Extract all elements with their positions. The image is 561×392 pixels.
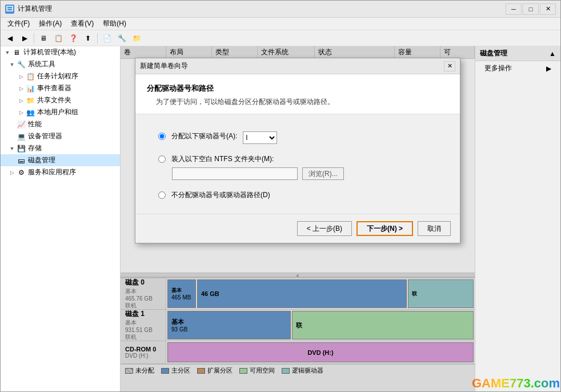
dialog-body: 分配驱动器号和路径 为了便于访问，可以给磁盘分区分配驱动器号或驱动路径。	[135, 74, 460, 214]
menu-action[interactable]: 操作(A)	[34, 18, 66, 30]
radio-mount-label[interactable]: 装入以下空白 NTFS 文件夹中(M):	[171, 154, 274, 164]
toolbar-back[interactable]: ◀	[3, 32, 17, 45]
toolbar-btn5[interactable]: 📄	[100, 32, 114, 45]
services-label: 服务和应用程序	[28, 167, 76, 177]
actions-panel: 磁盘管理 ▲ 更多操作 ▶	[475, 46, 560, 391]
expand-services: ▷	[7, 168, 17, 177]
perf-label: 性能	[28, 119, 42, 129]
radio-none-label[interactable]: 不分配驱动器号或驱动器路径(D)	[171, 190, 270, 200]
menu-bar: 文件(F) 操作(A) 查看(V) 帮助(H)	[1, 18, 560, 30]
toolbar-btn3[interactable]: ❓	[66, 32, 80, 45]
dialog-section-desc: 为了便于访问，可以给磁盘分区分配驱动器号或驱动路径。	[147, 97, 448, 107]
radio-letter-row: 分配以下驱动器号(A): I J K L	[158, 128, 437, 144]
system-tools-label: 系统工具	[28, 59, 55, 69]
tree-local-users[interactable]: ▷ 👥 本地用户和组	[1, 106, 120, 118]
device-icon: 💻	[17, 132, 26, 141]
toolbar-btn1[interactable]: 🖥	[37, 32, 50, 45]
actions-expand-icon: ▲	[549, 50, 556, 58]
actions-more[interactable]: 更多操作 ▶	[475, 61, 560, 75]
toolbar-sep-2	[97, 33, 98, 43]
shared-icon: 📁	[26, 96, 35, 105]
device-label: 设备管理器	[28, 131, 62, 141]
radio-none-row: 不分配驱动器号或驱动器路径(D)	[158, 190, 437, 200]
browse-button[interactable]: 浏览(R)...	[302, 167, 344, 180]
dialog-footer: < 上一步(B) 下一步(N) > 取消	[135, 214, 460, 243]
tree-root[interactable]: ▼ 🖥 计算机管理(本地)	[1, 46, 120, 58]
toolbar-sep-1	[34, 33, 34, 43]
toolbar-btn4[interactable]: ⬆	[81, 32, 95, 45]
actions-more-arrow: ▶	[546, 65, 551, 73]
tree-task-scheduler[interactable]: ▷ 📋 任务计划程序	[1, 70, 120, 82]
tree-disk-management[interactable]: 🖴 磁盘管理	[1, 154, 120, 166]
dialog-titlebar: 新建简单卷向导 ✕	[135, 58, 460, 74]
sidebar: ▼ 🖥 计算机管理(本地) ▼ 🔧 系统工具 ▷ 📋 任务计划程序 ▷ 📊 事件…	[1, 46, 121, 391]
radio-mount-input[interactable]	[158, 155, 166, 163]
window-controls: ─ □ ✕	[506, 3, 556, 15]
tree-device-manager[interactable]: 💻 设备管理器	[1, 130, 120, 142]
maximize-button[interactable]: □	[523, 3, 539, 15]
actions-more-label: 更多操作	[484, 63, 512, 73]
expand-storage: ▼	[7, 144, 17, 153]
shared-label: 共享文件夹	[37, 95, 71, 105]
expand-system-tools: ▼	[7, 60, 17, 69]
storage-icon: 💾	[17, 144, 26, 153]
radio-group: 分配以下驱动器号(A): I J K L	[158, 128, 437, 200]
tree-storage[interactable]: ▼ 💾 存储	[1, 142, 120, 154]
menu-view[interactable]: 查看(V)	[66, 18, 98, 30]
dialog-title: 新建简单卷向导	[140, 61, 444, 71]
tree-performance[interactable]: 📈 性能	[1, 118, 120, 130]
drive-letter-selector: I J K L	[243, 131, 277, 144]
minimize-button[interactable]: ─	[506, 3, 522, 15]
radio-letter-input[interactable]	[158, 133, 166, 140]
tree-system-tools[interactable]: ▼ 🔧 系统工具	[1, 58, 120, 70]
right-panel: 卷 布局 类型 文件系统 状态 容量 可 ▲	[121, 46, 475, 391]
toolbar-btn7[interactable]: 📁	[130, 32, 143, 45]
disk-mgmt-label: 磁盘管理	[28, 155, 55, 165]
main-window: 计算机管理 ─ □ ✕ 文件(F) 操作(A) 查看(V) 帮助(H) ◀ ▶ …	[0, 0, 561, 392]
next-button[interactable]: 下一步(N) >	[356, 221, 413, 236]
system-tools-icon: 🔧	[17, 60, 26, 69]
expand-shared: ▷	[17, 96, 26, 105]
users-label: 本地用户和组	[37, 107, 78, 117]
dialog-content: 分配以下驱动器号(A): I J K L	[135, 114, 460, 214]
dialog-close-button[interactable]: ✕	[444, 61, 455, 71]
toolbar-btn2[interactable]: 📋	[51, 32, 65, 45]
expand-root: ▼	[3, 48, 12, 57]
window-title: 计算机管理	[18, 4, 506, 14]
title-bar: 计算机管理 ─ □ ✕	[1, 1, 560, 18]
toolbar: ◀ ▶ 🖥 📋 ❓ ⬆ 📄 🔧 📁	[1, 30, 560, 46]
expand-event: ▷	[17, 84, 26, 93]
root-label: 计算机管理(本地)	[23, 47, 76, 57]
event-icon: 📊	[26, 84, 35, 93]
menu-help[interactable]: 帮助(H)	[98, 18, 131, 30]
radio-letter-group: 分配以下驱动器号(A): I J K L	[158, 128, 437, 144]
disk-mgmt-icon: 🖴	[17, 156, 26, 165]
toolbar-forward[interactable]: ▶	[18, 32, 31, 45]
radio-letter-label[interactable]: 分配以下驱动器号(A):	[171, 131, 237, 141]
tree-services[interactable]: ▷ ⚙ 服务和应用程序	[1, 166, 120, 178]
mount-path-row: 浏览(R)...	[172, 167, 437, 180]
actions-header: 磁盘管理 ▲	[475, 46, 560, 61]
radio-none-input[interactable]	[158, 191, 166, 199]
menu-file[interactable]: 文件(F)	[3, 18, 34, 30]
expand-users: ▷	[17, 108, 26, 117]
close-button[interactable]: ✕	[540, 3, 556, 15]
dialog: 新建简单卷向导 ✕ 分配驱动器号和路径 为了便于访问，可以给磁盘分区分配驱动器号…	[135, 58, 460, 243]
radio-mount-row: 装入以下空白 NTFS 文件夹中(M):	[158, 154, 437, 164]
mount-path-input[interactable]	[172, 167, 298, 180]
expand-task: ▷	[17, 72, 26, 81]
event-label: 事件查看器	[37, 83, 71, 93]
cancel-button[interactable]: 取消	[418, 221, 451, 236]
dialog-overlay: 新建简单卷向导 ✕ 分配驱动器号和路径 为了便于访问，可以给磁盘分区分配驱动器号…	[121, 46, 475, 391]
app-icon	[5, 5, 14, 14]
actions-title: 磁盘管理	[480, 49, 507, 58]
tree-event-viewer[interactable]: ▷ 📊 事件查看器	[1, 82, 120, 94]
drive-letter-select[interactable]: I J K L	[243, 131, 277, 144]
toolbar-btn6[interactable]: 🔧	[115, 32, 129, 45]
radio-mount-group: 装入以下空白 NTFS 文件夹中(M): 浏览(R)...	[158, 154, 437, 180]
tree-shared-folders[interactable]: ▷ 📁 共享文件夹	[1, 94, 120, 106]
users-icon: 👥	[26, 108, 35, 117]
perf-icon: 📈	[17, 120, 26, 129]
back-button[interactable]: < 上一步(B)	[297, 221, 352, 236]
computer-icon: 🖥	[12, 48, 21, 57]
